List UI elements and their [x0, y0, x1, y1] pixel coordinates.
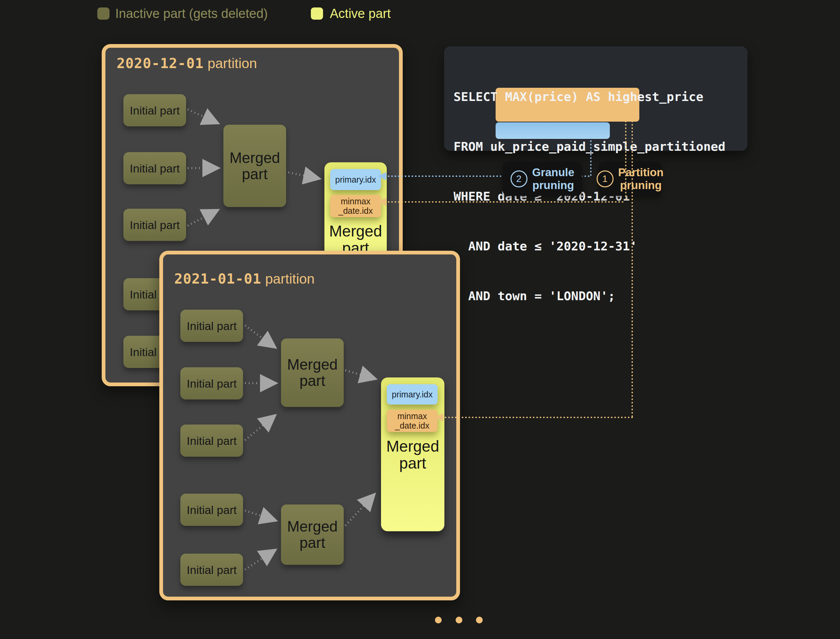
sql-text: SELECT MAX(price) AS highest_price FROM … [454, 55, 725, 337]
sql-line-2: FROM uk_price_paid_simple_partitioned [454, 138, 725, 155]
active-part-swatch [311, 8, 323, 20]
initial-part: Initial part [180, 494, 243, 526]
granule-line1: Granule [532, 166, 575, 179]
step-2-circle: 2 [510, 170, 528, 188]
initial-part: Initial part [123, 94, 186, 126]
granule-line2: pruning [532, 179, 575, 192]
merged-part-inactive: Merged part [281, 504, 344, 565]
sql-town-eq: town = 'LONDON' [497, 289, 608, 303]
partition-line1: Partition [618, 166, 664, 179]
partition-2021-01-01: 2021-01-01 partition Initial part Initia… [159, 251, 460, 600]
partition-date: 2020-12-01 [116, 55, 204, 72]
initial-part: Initial part [180, 424, 243, 457]
primary-idx-badge: primary.idx [330, 169, 381, 190]
sql-line-5: AND town = 'LONDON'; [454, 288, 725, 304]
partition-pruning-label: 1 Partition pruning [599, 162, 661, 196]
sql-line-1: SELECT MAX(price) AS highest_price [454, 88, 725, 105]
sql-line-4: AND date ≤ '2020-12-31' [454, 238, 725, 254]
sql-line-3: WHERE date ≥ '2020-12-01' [454, 188, 725, 205]
diagram-canvas: Inactive part (gets deleted) Active part… [0, 0, 840, 639]
minmax-line1: minmax [338, 197, 373, 206]
initial-part: Initial part [180, 310, 243, 342]
inactive-part-swatch [97, 8, 110, 20]
merged-part-active: primary.idx minmax _date.idx Merged part [381, 377, 445, 531]
partition-date: 2021-01-01 [174, 271, 261, 287]
merged-part-inactive: Merged part [223, 125, 286, 207]
initial-part: Initial part [123, 152, 186, 184]
initial-part: Initial part [180, 367, 243, 399]
granule-pruning-label: 2 Granule pruning [503, 162, 582, 196]
step-1-circle: 1 [597, 170, 614, 188]
merged-part-active-label: Merged part [381, 438, 445, 472]
minmax-date-idx-badge: minmax _date.idx [387, 410, 438, 432]
merged-part-inactive: Merged part [281, 339, 344, 407]
minmax-date-idx-badge: minmax _date.idx [330, 195, 381, 217]
pagination-dot-1[interactable] [435, 617, 442, 623]
partition-title: 2020-12-01 partition [116, 55, 257, 72]
inactive-part-legend-label: Inactive part (gets deleted) [115, 7, 268, 20]
initial-part: Initial part [180, 554, 243, 586]
partition-line2: pruning [618, 179, 664, 192]
minmax-line2: _date.idx [338, 206, 373, 216]
partition-suffix: partition [204, 56, 257, 71]
pagination-dot-2[interactable] [456, 617, 462, 623]
minmax-line2: _date.idx [395, 421, 429, 430]
pagination-dot-3[interactable] [476, 617, 483, 623]
active-part-legend-label: Active part [330, 7, 391, 20]
minmax-line1: minmax [395, 411, 429, 421]
partition-suffix: partition [261, 271, 315, 287]
sql-query-box: SELECT MAX(price) AS highest_price FROM … [444, 46, 748, 151]
primary-idx-badge: primary.idx [387, 384, 438, 405]
sql-date-le: date ≤ '2020-12-31' [497, 239, 637, 253]
initial-part: Initial part [123, 209, 186, 241]
partition-title: 2021-01-01 partition [174, 271, 315, 287]
